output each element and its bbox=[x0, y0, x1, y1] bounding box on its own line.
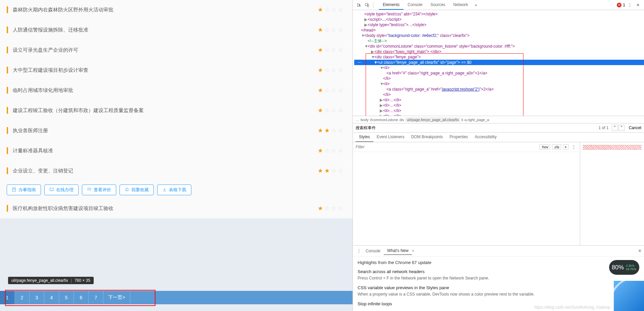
item-title: 计量标准器具核准 bbox=[13, 148, 318, 154]
selected-element[interactable]: ⋯▼<ul class="fenye_page_all clearfix" id… bbox=[354, 60, 644, 65]
star-rating[interactable]: ★☆☆☆ bbox=[318, 205, 343, 212]
star-icon: ☆ bbox=[331, 87, 336, 94]
subtab-event-listeners[interactable]: Event Listeners bbox=[373, 133, 408, 142]
review-button[interactable]: 查看评价 bbox=[82, 185, 116, 195]
star-rating[interactable]: ★☆☆☆ bbox=[318, 26, 343, 34]
list-item[interactable]: 医疗机构放射性职业病危害建设项目竣工验收★☆☆☆ bbox=[0, 199, 353, 218]
styles-panel: :hov .cls + ⋮ bbox=[353, 142, 644, 245]
list-item[interactable]: 计量标准器具核准★☆☆☆ bbox=[0, 141, 353, 161]
online-icon bbox=[49, 187, 54, 193]
tab-elements[interactable]: Elements bbox=[379, 0, 404, 10]
star-rating[interactable]: ★☆☆☆ bbox=[318, 87, 343, 94]
subtab-dom-breakpoints[interactable]: DOM Breakpoints bbox=[408, 133, 446, 142]
close-devtools-icon[interactable]: ✕ bbox=[635, 2, 641, 8]
star-icon: ☆ bbox=[324, 66, 330, 74]
news-head-1: Search across all network headers bbox=[358, 269, 639, 274]
box-model-margin bbox=[583, 145, 641, 150]
page-link-3[interactable]: 3 bbox=[30, 291, 44, 304]
drawer-menu-icon[interactable]: ⋮ bbox=[356, 248, 362, 254]
search-next-icon[interactable]: ˅ bbox=[618, 125, 625, 131]
bc-div[interactable]: div bbox=[400, 118, 404, 122]
bc-a[interactable]: a.right_page_a bbox=[464, 118, 489, 122]
item-title: 大中型工程建设项目初步设计审查 bbox=[13, 67, 318, 73]
styles-more-icon[interactable]: ⋮ bbox=[570, 144, 577, 150]
star-rating[interactable]: ★★☆☆ bbox=[318, 167, 343, 174]
list-item[interactable]: 临时占用城市绿化用地审批★☆☆☆ bbox=[0, 81, 353, 100]
download-button[interactable]: 表格下载 bbox=[157, 185, 191, 195]
bc-li[interactable]: li bbox=[461, 118, 463, 122]
svg-rect-3 bbox=[50, 188, 54, 190]
error-indicator[interactable]: ✕ 1 bbox=[617, 3, 625, 7]
hov-toggle[interactable]: :hov bbox=[540, 144, 550, 150]
bc-body[interactable]: body bbox=[361, 118, 369, 122]
devtools-tabs: Elements Console Sources Network bbox=[379, 0, 472, 10]
elements-search-bar: 1 of 1 ˄ ˅ Cancel bbox=[353, 123, 644, 133]
page-next-button[interactable]: 下一页> bbox=[103, 291, 130, 304]
subtab-accessibility[interactable]: Accessibility bbox=[471, 133, 500, 142]
star-icon: ★ bbox=[318, 167, 323, 174]
search-cancel-button[interactable]: Cancel bbox=[629, 125, 641, 130]
item-title: 执业兽医师注册 bbox=[13, 127, 318, 134]
drawer-body: Highlights from the Chrome 67 update Sea… bbox=[353, 257, 644, 311]
star-icon: ★ bbox=[318, 107, 323, 114]
page-link-7[interactable]: 7 bbox=[89, 291, 103, 304]
list-item[interactable]: 森林防火期内在森林防火区野外用火活动审批★☆☆☆ bbox=[0, 0, 353, 20]
tab-network[interactable]: Network bbox=[449, 0, 472, 10]
star-rating[interactable]: ★☆☆☆ bbox=[318, 46, 343, 54]
star-icon: ☆ bbox=[324, 26, 330, 34]
elements-breadcrumb: … body #commonListone div ul#page.fenye_… bbox=[353, 116, 644, 123]
page-link-2[interactable]: 2 bbox=[15, 291, 30, 304]
drawer-close-icon[interactable]: × bbox=[638, 248, 641, 254]
list-item[interactable]: 设立可录光盘生产企业的许可★☆☆☆ bbox=[0, 40, 353, 60]
star-rating[interactable]: ★☆☆☆ bbox=[318, 66, 343, 74]
tooltip-selector: ul#page.fenye_page_all.clearfix bbox=[11, 278, 68, 283]
bc-commonlistone[interactable]: #commonListone bbox=[370, 118, 398, 122]
list-item[interactable]: 人防通信警报设施拆除、迁移批准★☆☆☆ bbox=[0, 20, 353, 40]
watermark: https://blog.csdn.net/SunWuKong_Hadoop bbox=[534, 305, 610, 310]
star-rating[interactable]: ★☆☆☆ bbox=[318, 107, 343, 114]
star-icon: ★ bbox=[318, 6, 323, 13]
device-icon[interactable] bbox=[364, 2, 370, 8]
star-icon: ☆ bbox=[331, 6, 336, 13]
cls-toggle[interactable]: .cls bbox=[552, 144, 561, 150]
star-icon: ★ bbox=[318, 205, 323, 212]
inspect-icon[interactable] bbox=[356, 2, 362, 8]
page-link-5[interactable]: 5 bbox=[59, 291, 74, 304]
tab-console[interactable]: Console bbox=[404, 0, 426, 10]
tooltip-sep: | bbox=[71, 278, 72, 283]
drawer-tab-whatsnew[interactable]: What's New bbox=[384, 247, 412, 255]
star-rating[interactable]: ★★☆☆ bbox=[318, 127, 343, 134]
online-button[interactable]: 在线办理 bbox=[44, 185, 79, 195]
star-icon: ☆ bbox=[324, 87, 330, 94]
elements-tree[interactable]: <style type="text/css" abt="234"></style… bbox=[353, 10, 644, 116]
star-rating[interactable]: ★☆☆☆ bbox=[318, 6, 343, 13]
search-prev-icon[interactable]: ˄ bbox=[612, 125, 618, 131]
page-link-1[interactable]: 1 bbox=[0, 291, 15, 304]
subtab-styles[interactable]: Styles bbox=[356, 133, 373, 142]
list-item[interactable]: 建设工程竣工验收（分建筑和市政）建设工程质量监督备案★☆☆☆ bbox=[0, 101, 353, 120]
star-icon: ☆ bbox=[338, 147, 343, 154]
drawer-tab-console[interactable]: Console bbox=[362, 247, 384, 255]
list-item[interactable]: 大中型工程建设项目初步设计审查★☆☆☆ bbox=[0, 60, 353, 80]
bc-more[interactable]: … bbox=[356, 118, 359, 122]
tabs-more-icon[interactable]: » bbox=[475, 3, 477, 7]
styles-filter-bar: :hov .cls + ⋮ bbox=[353, 142, 580, 152]
bc-ul-page[interactable]: ul#page.fenye_page_all.clearfix bbox=[406, 117, 460, 122]
star-rating[interactable]: ★☆☆☆ bbox=[318, 147, 343, 154]
star-icon: ☆ bbox=[324, 205, 330, 212]
settings-icon[interactable]: ⋮ bbox=[627, 2, 633, 8]
new-rule-icon[interactable]: + bbox=[563, 144, 568, 150]
search-input[interactable] bbox=[356, 125, 599, 130]
list-item[interactable]: 企业设立、变更、注销登记★★☆☆ bbox=[0, 161, 353, 181]
tooltip-size: 780 × 35 bbox=[75, 278, 90, 283]
drawer-tab-close-icon[interactable]: × bbox=[412, 249, 414, 253]
favorite-button[interactable]: 我要收藏 bbox=[120, 185, 154, 195]
guide-button[interactable]: 办事指南 bbox=[7, 185, 41, 195]
subtab-properties[interactable]: Properties bbox=[446, 133, 471, 142]
styles-filter-input[interactable] bbox=[356, 145, 538, 149]
page-link-4[interactable]: 4 bbox=[44, 291, 59, 304]
star-icon: ★ bbox=[318, 26, 323, 34]
tab-sources[interactable]: Sources bbox=[426, 0, 449, 10]
list-item[interactable]: 执业兽医师注册★★☆☆ bbox=[0, 121, 353, 141]
page-link-6[interactable]: 6 bbox=[74, 291, 89, 304]
